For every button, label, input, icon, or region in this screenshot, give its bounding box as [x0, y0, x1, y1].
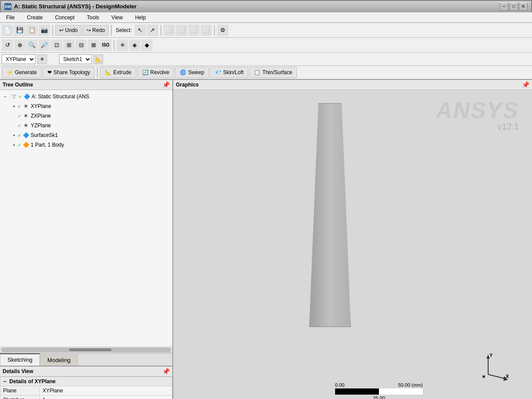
tree-toggle-yzplane [11, 123, 18, 128]
box-view-button[interactable]: ◈ [129, 40, 140, 51]
tree-icon-partbody: 🔶 [22, 141, 30, 149]
select-box1-button[interactable]: ⬜ [164, 25, 175, 36]
tab-modeling[interactable]: Modeling [40, 354, 78, 366]
thin-surface-label: Thin/Surface [262, 69, 292, 75]
select-box2-button[interactable]: ⬜ [176, 25, 187, 36]
tree-icon-surfacesk1: 🔷 [22, 131, 30, 139]
select-arrow-button[interactable]: ↖ [135, 25, 146, 36]
undo-button[interactable]: ↩ Undo [55, 25, 82, 36]
tree-toggle-xyplane[interactable]: + [11, 104, 18, 109]
close-button[interactable]: ✕ [519, 3, 528, 11]
revolve-button[interactable]: 🔄 Revolve [137, 67, 174, 78]
skin-loft-button[interactable]: 💎 Skin/Loft [210, 67, 249, 78]
zoom-in-button[interactable]: 🔍 [26, 40, 38, 51]
checkmark-surfacesk1: ✓ [18, 133, 21, 138]
shape-view-button[interactable]: ◆ [141, 40, 153, 51]
details-section-title: − Details of XYPlane [0, 377, 172, 386]
view-toolbar: ↺ ⊕ 🔍 🔎 ⊡ ⊞ ⊟ ⊠ ISO ✳ ◈ ◆ [0, 38, 532, 53]
sep6 [97, 67, 98, 78]
settings-button[interactable]: ⚙ [217, 25, 229, 36]
menu-create[interactable]: Create [24, 14, 45, 22]
extrude-button[interactable]: 📐 Extrude [100, 67, 136, 78]
sep4 [214, 25, 215, 36]
scale-label-left: 0.00 [335, 382, 344, 388]
menu-concept[interactable]: Concept [52, 14, 77, 22]
save-all-button[interactable]: 📋 [26, 25, 38, 36]
details-table: − Details of XYPlane Plane XYPlane Sketc… [0, 377, 172, 399]
details-pin-icon[interactable]: 📌 [162, 368, 170, 375]
tree-item-root[interactable]: − ▽ ✓ 🔷 A: Static Structural (ANS [0, 92, 172, 101]
tree-item-surfacesk1[interactable]: + ✓ 🔷 SurfaceSk1 [0, 130, 172, 140]
tree-item-zxplane[interactable]: ✓ ✳ ZXPlane [0, 111, 172, 121]
generate-button[interactable]: ⚡ Generate [2, 67, 42, 78]
select-box3-button[interactable]: ⬜ [188, 25, 200, 36]
share-topology-button[interactable]: ❤ Share Topology [43, 67, 95, 78]
menu-view[interactable]: View [109, 14, 125, 22]
title-bar: DM A: Static Structural (ANSYS) - Design… [0, 0, 532, 12]
tree-outline-title: Tree Outline [3, 82, 33, 88]
revolve-label: Revolve [150, 69, 169, 75]
share-topology-label: Share Topology [54, 69, 90, 75]
graphics-content[interactable]: ANSYS v12.1 0.00 50.00 (mm) 25.00 [173, 90, 532, 399]
select-box4-button[interactable]: ⬜ [200, 25, 212, 36]
save-button[interactable]: 💾 [14, 25, 25, 36]
extrude-icon: 📐 [105, 69, 111, 75]
checkmark-yzplane: ✓ [18, 123, 21, 128]
menu-file[interactable]: File [4, 14, 17, 22]
sketch-select[interactable]: Sketch1 [59, 54, 92, 64]
minimize-button[interactable]: ─ [500, 3, 508, 11]
tree-scrollbar-thumb[interactable] [69, 349, 111, 351]
zoom-out-button[interactable]: 🔎 [39, 40, 50, 51]
zoom-box-button[interactable]: ⊞ [63, 40, 75, 51]
sweep-button[interactable]: 🌀 Sweep [175, 67, 209, 78]
generate-label: Generate [15, 69, 37, 75]
zoom-fit-button[interactable]: ⊡ [51, 40, 62, 51]
menu-help[interactable]: Help [132, 14, 149, 22]
tree-item-yzplane[interactable]: ✓ ✳ YZPlane [0, 121, 172, 130]
scale-bar-white-half [379, 388, 423, 395]
tree-toggle-partbody[interactable]: + [11, 143, 18, 147]
zoom-3d-button[interactable]: ⊠ [88, 40, 99, 51]
window-controls[interactable]: ─ □ ✕ [500, 3, 528, 11]
tree-item-xyplane[interactable]: + ✓ ✳ XYPlane [0, 101, 172, 111]
extrude-label: Extrude [113, 69, 131, 75]
scale-labels: 0.00 50.00 (mm) [335, 382, 423, 388]
plane-toolbar: XYPlane ZXPlane YZPlane ✳ Sketch1 📐 [0, 53, 532, 66]
plane-icon-button[interactable]: ✳ [37, 54, 47, 64]
tree-scrollbar[interactable] [2, 348, 171, 352]
details-expand-icon[interactable]: − [3, 378, 6, 385]
redo-button[interactable]: ↪ Redo [82, 25, 109, 36]
maximize-button[interactable]: □ [509, 3, 518, 11]
plane-select[interactable]: XYPlane ZXPlane YZPlane [2, 54, 36, 64]
menu-tools[interactable]: Tools [84, 14, 102, 22]
camera-button[interactable]: 📷 [39, 25, 50, 36]
ansys-logo: ANSYS v12.1 [436, 99, 519, 132]
tree-container: − ▽ ✓ 🔷 A: Static Structural (ANS + ✓ ✳ … [0, 90, 172, 347]
thin-surface-button[interactable]: 📋 Thin/Surface [249, 67, 297, 78]
tree-toggle-surfacesk1[interactable]: + [11, 133, 18, 138]
details-value-sketches: 1 [40, 395, 172, 399]
left-panel: Tree Outline 📌 − ▽ ✓ 🔷 A: Static Structu… [0, 80, 173, 399]
tab-sketching[interactable]: Sketching [0, 353, 40, 366]
graphics-pin-icon[interactable]: 📌 [522, 81, 529, 88]
pan-button[interactable]: ⊕ [14, 40, 25, 51]
tree-pin-icon[interactable]: 📌 [162, 81, 170, 88]
new-button[interactable]: 📄 [2, 25, 13, 36]
iso-button[interactable]: ISO [100, 40, 111, 51]
ansys-version-text: v12.1 [436, 122, 519, 132]
refresh-button[interactable]: ↺ [2, 40, 13, 51]
sketch-icon-button[interactable]: 📐 [93, 54, 103, 64]
select-mode-button[interactable]: ↗ [147, 25, 158, 36]
details-panel: Details View 📌 − Details of XYPlane Plan… [0, 366, 172, 399]
tree-item-partbody[interactable]: + ✓ 🔶 1 Part, 1 Body [0, 140, 172, 150]
revolve-icon: 🔄 [142, 69, 149, 75]
thin-surface-icon: 📋 [254, 69, 261, 75]
ansys-logo-text: ANSYS [436, 99, 519, 122]
tree-label-yzplane: YZPlane [31, 122, 51, 129]
tree-toggle-root[interactable]: − [2, 94, 9, 99]
star-button[interactable]: ✳ [117, 40, 128, 51]
tree-icon-xyplane: ✳ [22, 102, 30, 110]
tree-icon-yzplane: ✳ [22, 122, 30, 129]
zoom-sel-button[interactable]: ⊟ [75, 40, 87, 51]
tree-outline-header: Tree Outline 📌 [0, 80, 172, 90]
